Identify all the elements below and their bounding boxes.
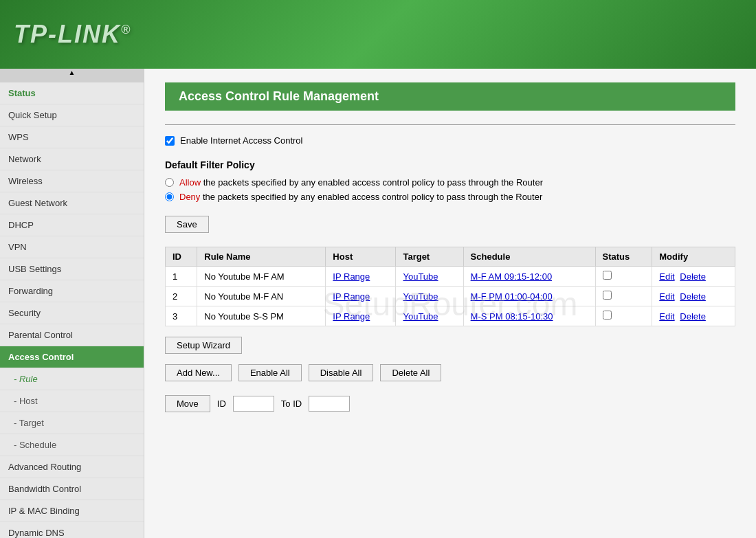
enable-row: Enable Internet Access Control: [165, 135, 735, 146]
sidebar-item-network[interactable]: Network: [0, 148, 144, 170]
sidebar-item-schedule[interactable]: - Schedule: [0, 434, 144, 456]
deny-text: Deny: [179, 192, 200, 202]
col-rule-name: Rule Name: [197, 247, 326, 267]
row3-id: 3: [166, 306, 197, 326]
logo-text: TP-LINK: [14, 20, 121, 48]
row2-status[interactable]: [595, 287, 652, 306]
sidebar-item-ip-mac-binding[interactable]: IP & MAC Binding: [0, 500, 144, 522]
sidebar-item-access-control[interactable]: Access Control: [0, 346, 144, 368]
row2-edit-link[interactable]: Edit: [659, 291, 674, 302]
row1-status-checkbox[interactable]: [603, 271, 612, 280]
sidebar-item-dhcp[interactable]: DHCP: [0, 214, 144, 236]
col-status: Status: [595, 247, 652, 267]
row2-host[interactable]: IP Range: [326, 287, 396, 306]
sidebar-item-advanced-routing[interactable]: Advanced Routing: [0, 456, 144, 478]
row3-target-link[interactable]: YouTube: [403, 311, 438, 322]
row2-delete-link[interactable]: Delete: [680, 291, 706, 302]
sidebar-item-bandwidth-control[interactable]: Bandwidth Control: [0, 478, 144, 500]
sidebar-item-vpn[interactable]: VPN: [0, 236, 144, 258]
sidebar-item-rule[interactable]: - Rule: [0, 368, 144, 390]
deny-rest: the packets specified by any enabled acc…: [200, 192, 542, 202]
action-btns-row: Add New... Enable All Disable All Delete…: [165, 364, 735, 381]
row2-schedule-link[interactable]: M-F PM 01:00-04:00: [471, 291, 553, 302]
row1-schedule[interactable]: M-F AM 09:15-12:00: [463, 267, 595, 287]
deny-radio-row: Deny the packets specified by any enable…: [165, 192, 735, 202]
row3-host-link[interactable]: IP Range: [333, 311, 370, 322]
move-button[interactable]: Move: [165, 395, 210, 412]
table-row: 2 No Youtube M-F AN IP Range YouTube M-F…: [166, 287, 735, 306]
move-id-input[interactable]: [233, 396, 274, 412]
row3-host[interactable]: IP Range: [326, 306, 396, 326]
rules-table: ID Rule Name Host Target Schedule Status…: [165, 247, 735, 326]
row1-schedule-link[interactable]: M-F AM 09:15-12:00: [471, 271, 553, 282]
row1-target-link[interactable]: YouTube: [403, 271, 438, 282]
row2-id: 2: [166, 287, 197, 306]
sidebar-item-guest-network[interactable]: Guest Network: [0, 192, 144, 214]
row2-schedule[interactable]: M-F PM 01:00-04:00: [463, 287, 595, 306]
table-row: 1 No Youtube M-F AM IP Range YouTube M-F…: [166, 267, 735, 287]
row3-edit-link[interactable]: Edit: [659, 311, 674, 322]
row1-delete-link[interactable]: Delete: [680, 271, 706, 282]
filter-policy-heading: Default Filter Policy: [165, 159, 735, 170]
sidebar-item-dynamic-dns[interactable]: Dynamic DNS: [0, 522, 144, 538]
deny-label: Deny the packets specified by any enable…: [179, 192, 542, 202]
row1-edit-link[interactable]: Edit: [659, 271, 674, 282]
deny-radio[interactable]: [165, 192, 174, 201]
row2-status-checkbox[interactable]: [603, 291, 612, 300]
sidebar-item-wps[interactable]: WPS: [0, 126, 144, 148]
add-new-button[interactable]: Add New...: [165, 364, 232, 381]
sidebar-item-target[interactable]: - Target: [0, 412, 144, 434]
row2-host-link[interactable]: IP Range: [333, 291, 370, 302]
sidebar-item-forwarding[interactable]: Forwarding: [0, 280, 144, 302]
row3-status[interactable]: [595, 306, 652, 326]
header: TP-LINK®: [0, 0, 756, 69]
row1-rule-name: No Youtube M-F AM: [197, 267, 326, 287]
disable-all-button[interactable]: Disable All: [309, 364, 374, 381]
row3-modify: Edit Delete: [652, 306, 735, 326]
row1-host-link[interactable]: IP Range: [333, 271, 370, 282]
save-button[interactable]: Save: [165, 216, 209, 233]
row3-target[interactable]: YouTube: [396, 306, 463, 326]
row1-status[interactable]: [595, 267, 652, 287]
row3-schedule[interactable]: M-S PM 08:15-10:30: [463, 306, 595, 326]
move-row: Move ID To ID: [165, 395, 735, 412]
move-to-id-input[interactable]: [309, 396, 350, 412]
allow-rest: the packets specified by any enabled acc…: [201, 177, 543, 188]
setup-wizard-row: Setup Wizard: [165, 337, 735, 354]
enable-access-checkbox[interactable]: [165, 136, 175, 146]
content-area: SetupRouter.com Access Control Rule Mana…: [144, 69, 756, 538]
col-modify: Modify: [652, 247, 735, 267]
row3-schedule-link[interactable]: M-S PM 08:15-10:30: [471, 311, 553, 322]
row2-target[interactable]: YouTube: [396, 287, 463, 306]
row3-delete-link[interactable]: Delete: [680, 311, 706, 322]
sidebar-item-parental-control[interactable]: Parental Control: [0, 324, 144, 346]
row2-modify: Edit Delete: [652, 287, 735, 306]
logo-symbol: ®: [121, 23, 131, 36]
section-divider: [165, 124, 735, 125]
row1-modify: Edit Delete: [652, 267, 735, 287]
setup-wizard-button[interactable]: Setup Wizard: [165, 337, 242, 354]
sidebar-item-host[interactable]: - Host: [0, 390, 144, 412]
row2-target-link[interactable]: YouTube: [403, 291, 438, 302]
sidebar-item-quick-setup[interactable]: Quick Setup: [0, 104, 144, 126]
delete-all-button[interactable]: Delete All: [380, 364, 441, 381]
row2-rule-name: No Youtube M-F AN: [197, 287, 326, 306]
sidebar-item-security[interactable]: Security: [0, 302, 144, 324]
allow-label: Allow the packets specified by any enabl…: [179, 177, 543, 188]
enable-access-label: Enable Internet Access Control: [180, 135, 303, 146]
allow-radio[interactable]: [165, 178, 174, 187]
enable-all-button[interactable]: Enable All: [238, 364, 302, 381]
row3-status-checkbox[interactable]: [603, 311, 612, 320]
row1-target[interactable]: YouTube: [396, 267, 463, 287]
sidebar-item-wireless[interactable]: Wireless: [0, 170, 144, 192]
sidebar-scroll-up[interactable]: ▲: [0, 69, 144, 82]
row1-host[interactable]: IP Range: [326, 267, 396, 287]
save-btn-row: Save: [165, 216, 735, 233]
sidebar-item-usb-settings[interactable]: USB Settings: [0, 258, 144, 280]
allow-radio-row: Allow the packets specified by any enabl…: [165, 177, 735, 188]
main-container: ▲ Status Quick Setup WPS Network Wireles…: [0, 69, 756, 538]
allow-text: Allow: [179, 177, 201, 188]
id-label: ID: [217, 399, 226, 409]
to-id-label: To ID: [281, 399, 302, 409]
sidebar-item-status[interactable]: Status: [0, 82, 144, 104]
